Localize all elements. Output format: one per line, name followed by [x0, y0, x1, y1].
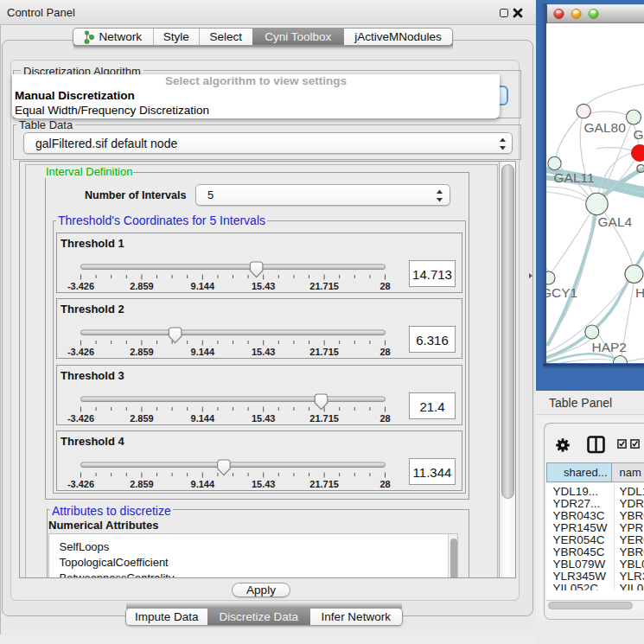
svg-text:28: 28 — [379, 347, 390, 357]
svg-text:15.43: 15.43 — [251, 347, 275, 357]
svg-text:28: 28 — [379, 412, 390, 423]
svg-text:28: 28 — [379, 478, 390, 488]
svg-text:21.715: 21.715 — [309, 281, 339, 291]
svg-text:2.859: 2.859 — [130, 412, 154, 423]
svg-text:2.859: 2.859 — [130, 347, 154, 357]
svg-text:15.43: 15.43 — [251, 478, 275, 488]
svg-text:GAL80: GAL80 — [584, 120, 627, 135]
svg-text:-3.426: -3.426 — [67, 412, 93, 423]
svg-text:15.43: 15.43 — [251, 412, 275, 423]
svg-text:28: 28 — [379, 281, 390, 291]
svg-text:9.144: 9.144 — [190, 281, 214, 291]
svg-text:2.859: 2.859 — [130, 478, 154, 488]
svg-text:21.715: 21.715 — [309, 412, 339, 423]
svg-text:GCY1: GCY1 — [546, 285, 577, 300]
svg-text:GAL4: GAL4 — [598, 214, 633, 229]
svg-text:9.144: 9.144 — [190, 478, 214, 488]
svg-text:21.715: 21.715 — [309, 478, 339, 488]
svg-text:9.144: 9.144 — [190, 347, 214, 357]
svg-text:H: H — [635, 285, 644, 300]
svg-text:15.43: 15.43 — [251, 281, 275, 291]
svg-text:-3.426: -3.426 — [67, 281, 93, 291]
svg-text:-3.426: -3.426 — [67, 347, 93, 357]
svg-text:HAP2: HAP2 — [592, 340, 628, 354]
svg-text:9.144: 9.144 — [190, 412, 214, 423]
svg-text:-3.426: -3.426 — [67, 478, 93, 488]
svg-text:2.859: 2.859 — [130, 281, 154, 291]
svg-text:C: C — [636, 161, 644, 175]
svg-text:21.715: 21.715 — [309, 347, 339, 357]
svg-text:GAL11: GAL11 — [554, 170, 595, 185]
svg-text:GA: GA — [634, 127, 644, 142]
